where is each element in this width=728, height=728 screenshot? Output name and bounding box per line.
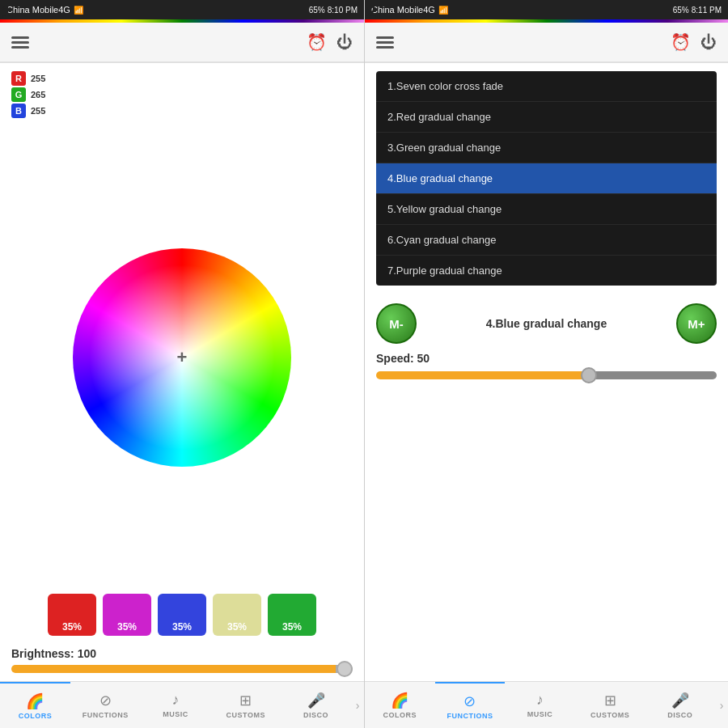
- rgb-row-b: B 255: [11, 104, 353, 118]
- tab-disco-label-2: DISCO: [667, 711, 692, 719]
- mode-next-button[interactable]: M+: [676, 303, 717, 344]
- carrier-icon-2: 📶: [438, 6, 448, 15]
- tab-customs-1[interactable]: ⊞ CUSTOMS: [210, 682, 281, 728]
- tab-colors-2[interactable]: 🌈 COLORS: [365, 682, 435, 728]
- crosshair: +: [177, 347, 188, 368]
- speed-thumb[interactable]: [581, 367, 597, 383]
- battery-1: 65%: [309, 6, 325, 15]
- alarm-icon-1[interactable]: ⏰: [307, 32, 327, 52]
- tab-colors-label-1: COLORS: [19, 712, 53, 720]
- power-icon-2[interactable]: ⏻: [700, 33, 717, 52]
- mode-prev-label: M-: [389, 317, 404, 331]
- hamburger-menu-2[interactable]: [376, 36, 394, 49]
- function-item-5[interactable]: 5.Yellow gradual change: [376, 194, 717, 225]
- alarm-icon-2[interactable]: ⏰: [671, 32, 691, 52]
- customs-icon-2: ⊞: [604, 692, 616, 709]
- rgb-row-r: R 255: [11, 71, 353, 86]
- color-swatches: 35%35%35%35%35%: [0, 594, 364, 642]
- tab-functions-1[interactable]: ⊘ FUNCTIONS: [70, 682, 141, 728]
- color-swatch-2[interactable]: 35%: [158, 594, 206, 636]
- tab-functions-label-2: FUNCTIONS: [447, 712, 493, 720]
- disco-icon-2: 🎤: [671, 692, 689, 709]
- color-swatch-0[interactable]: 35%: [48, 594, 96, 636]
- tab-functions-2[interactable]: ⊘ FUNCTIONS: [435, 682, 506, 728]
- tab-customs-label-2: CUSTOMS: [590, 711, 629, 719]
- function-item-2[interactable]: 2.Red gradual change: [376, 102, 717, 133]
- colors-icon-2: 🌈: [391, 692, 408, 709]
- bottom-tabs-2: 🌈 COLORS ⊘ FUNCTIONS ♪ MUSIC ⊞ CUSTOMS 🎤…: [365, 681, 728, 728]
- function-item-3[interactable]: 3.Green gradual change: [376, 133, 717, 163]
- tab-music-label-1: MUSIC: [163, 710, 188, 718]
- functions-icon-2: ⊘: [463, 692, 476, 710]
- bottom-tabs-1: 🌈 COLORS ⊘ FUNCTIONS ♪ MUSIC ⊞ CUSTOMS 🎤…: [0, 681, 364, 728]
- brightness-thumb[interactable]: [336, 661, 353, 677]
- mode-display-label: 4.Blue gradual change: [428, 317, 665, 330]
- tab-colors-label-2: COLORS: [383, 711, 417, 719]
- rgb-row-g: G 265: [11, 87, 353, 102]
- customs-icon-1: ⊞: [239, 692, 252, 709]
- hamburger-line: [11, 36, 29, 39]
- mode-control: M- 4.Blue gradual change M+: [365, 294, 728, 347]
- function-item-1[interactable]: 1.Seven color cross fade: [376, 71, 717, 102]
- speed-slider[interactable]: [376, 371, 717, 379]
- function-item-4[interactable]: 4.Blue gradual change: [376, 163, 717, 194]
- hamburger-line: [376, 46, 394, 49]
- tab-music-label-2: MUSIC: [527, 710, 553, 718]
- functions-icon-1: ⊘: [99, 692, 112, 709]
- r-value: 255: [31, 74, 45, 83]
- tab-functions-label-1: FUNCTIONS: [83, 711, 129, 719]
- hamburger-line: [376, 41, 394, 44]
- color-swatch-4[interactable]: 35%: [268, 594, 316, 636]
- brightness-label: Brightness: 100: [11, 647, 353, 660]
- top-bar-2: ⏰ ⏻: [365, 23, 728, 63]
- hamburger-line: [11, 41, 29, 44]
- rgb-display: R 255 G 265 B 255: [0, 63, 364, 121]
- b-value: 255: [31, 106, 45, 116]
- time-1: 8:10 PM: [328, 6, 358, 15]
- mode-prev-button[interactable]: M-: [376, 303, 417, 344]
- g-label: G: [11, 87, 26, 102]
- function-item-6[interactable]: 6.Cyan gradual change: [376, 225, 717, 256]
- function-list: 1.Seven color cross fade2.Red gradual ch…: [376, 71, 717, 286]
- tab-music-1[interactable]: ♪ MUSIC: [141, 682, 211, 728]
- status-bar-2: China Mobile4G 📶 65% 8:11 PM: [365, 0, 728, 19]
- hamburger-menu-1[interactable]: [11, 36, 29, 49]
- speed-section: Speed: 50: [365, 347, 728, 387]
- tab-music-2[interactable]: ♪ MUSIC: [505, 682, 575, 728]
- power-icon-1[interactable]: ⏻: [336, 33, 353, 52]
- hamburger-line: [11, 46, 29, 49]
- color-swatch-3[interactable]: 35%: [213, 594, 261, 636]
- tab-arrow-2[interactable]: ›: [715, 682, 728, 728]
- tab-customs-label-1: CUSTOMS: [226, 711, 265, 719]
- screen-1-label: 1.: [2, 2, 16, 23]
- screen-1: 1. China Mobile4G 📶 65% 8:10 PM ⏰ ⏻ R: [0, 0, 364, 728]
- carrier-icon-1: 📶: [74, 6, 83, 15]
- color-swatch-1[interactable]: 35%: [103, 594, 151, 636]
- music-icon-2: ♪: [536, 692, 544, 709]
- hamburger-line: [376, 36, 394, 39]
- function-item-7[interactable]: 7.Purple gradual change: [376, 256, 717, 286]
- battery-2: 65%: [673, 6, 689, 15]
- mode-next-label: M+: [688, 317, 705, 331]
- main-content-2: 1.Seven color cross fade2.Red gradual ch…: [365, 63, 728, 681]
- brightness-section: Brightness: 100: [0, 642, 364, 681]
- status-bar-1: China Mobile4G 📶 65% 8:10 PM: [0, 0, 364, 19]
- screen-2: 2. China Mobile4G 📶 65% 8:11 PM ⏰ ⏻ 1.Se…: [364, 0, 728, 728]
- tab-arrow-1[interactable]: ›: [351, 682, 364, 728]
- brightness-slider[interactable]: [11, 665, 353, 673]
- tab-colors-1[interactable]: 🌈 COLORS: [0, 682, 70, 728]
- tab-disco-2[interactable]: 🎤 DISCO: [645, 682, 715, 728]
- tab-customs-2[interactable]: ⊞ CUSTOMS: [575, 682, 645, 728]
- speed-label: Speed: 50: [376, 352, 717, 365]
- b-label: B: [11, 104, 26, 118]
- screen-2-label: 2.: [366, 2, 381, 23]
- color-wheel-container[interactable]: +: [0, 121, 364, 594]
- r-label: R: [11, 71, 26, 86]
- disco-icon-1: 🎤: [307, 692, 325, 709]
- main-content-1: R 255 G 265 B 255 + 35%35%35%35%35% Brig…: [0, 63, 364, 681]
- tab-disco-label-1: DISCO: [303, 711, 328, 719]
- color-wheel[interactable]: +: [73, 248, 291, 467]
- top-bar-1: ⏰ ⏻: [0, 23, 364, 63]
- tab-disco-1[interactable]: 🎤 DISCO: [281, 682, 351, 728]
- time-2: 8:11 PM: [692, 6, 722, 15]
